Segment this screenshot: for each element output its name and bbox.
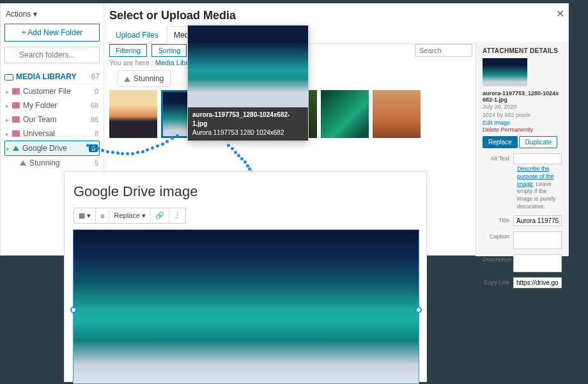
block-title: Google Drive image bbox=[74, 183, 417, 200]
search-folders-input[interactable] bbox=[4, 47, 100, 63]
google-drive-icon bbox=[124, 77, 130, 82]
actions-menu[interactable]: Actions ▾ bbox=[4, 8, 100, 24]
thumbnail-item[interactable] bbox=[373, 90, 421, 138]
search-media-input[interactable] bbox=[415, 44, 472, 57]
folder-icon bbox=[12, 102, 20, 109]
tab-upload-files[interactable]: Upload Files bbox=[109, 27, 165, 43]
alt-text-label: Alt Text bbox=[483, 153, 513, 162]
media-library-header[interactable]: MEDIA LIBRARY 67 bbox=[4, 70, 100, 84]
details-date: July 20, 2020 bbox=[483, 103, 562, 111]
sidebar-item-google-drive[interactable]: ▸ Google Drive6 bbox=[4, 141, 100, 156]
folder-chip-stunning[interactable]: Stunning bbox=[117, 70, 171, 87]
copy-link-label: Copy Link bbox=[483, 277, 513, 286]
align-center-button[interactable]: ≡ bbox=[96, 209, 109, 223]
details-header: ATTACHMENT DETAILS bbox=[483, 47, 562, 54]
folder-icon bbox=[12, 116, 20, 123]
delete-permanently-link[interactable]: Delete Permanently bbox=[483, 127, 533, 133]
thumbnail-item[interactable] bbox=[321, 90, 369, 138]
preview-filename: aurora-1197753_1280-1024x682-1.jpg bbox=[192, 111, 304, 128]
align-button[interactable]: ▦ ▾ bbox=[74, 208, 96, 223]
edit-image-link[interactable]: Edit Image bbox=[483, 119, 510, 126]
media-tabs: Upload Files Media Library bbox=[109, 26, 563, 44]
details-thumbnail bbox=[483, 58, 527, 86]
sorting-button[interactable]: Sorting bbox=[151, 44, 187, 57]
modal-title: Select or Upload Media bbox=[109, 9, 236, 22]
resize-handle-right[interactable] bbox=[415, 307, 422, 313]
link-button[interactable]: 🔗 bbox=[151, 208, 169, 223]
hover-preview-tooltip: aurora-1197753_1280-1024x682-1.jpg Auror… bbox=[187, 25, 309, 141]
details-filename: aurora-1197753_1280-1024x682-1.jpg bbox=[483, 90, 562, 103]
alt-text-input[interactable] bbox=[513, 153, 562, 164]
title-input[interactable] bbox=[513, 215, 562, 226]
editor-block-overlay: Google Drive image ▦ ▾ ≡ Replace ▾ 🔗 ⋮ bbox=[64, 171, 427, 382]
title-label: Title bbox=[483, 215, 513, 224]
description-label: Description bbox=[483, 254, 513, 263]
preview-title: Aurora 1197753 1280 1024x682 bbox=[192, 128, 304, 137]
copy-link-input[interactable] bbox=[513, 277, 562, 288]
folder-icon bbox=[12, 130, 20, 137]
caption-label: Caption bbox=[483, 231, 513, 240]
block-toolbar: ▦ ▾ ≡ Replace ▾ 🔗 ⋮ bbox=[74, 208, 186, 224]
google-drive-icon bbox=[20, 160, 26, 165]
thumbnail-item[interactable] bbox=[109, 90, 157, 138]
add-new-folder-button[interactable]: + Add New Folder bbox=[4, 24, 100, 42]
close-icon[interactable]: ✕ bbox=[556, 8, 564, 20]
attachment-details-panel: ATTACHMENT DETAILS aurora-1197753_1280-1… bbox=[476, 42, 568, 256]
description-input[interactable] bbox=[513, 254, 562, 272]
caption-input[interactable] bbox=[513, 231, 562, 249]
replace-button[interactable]: Replace bbox=[483, 136, 518, 148]
resize-handle-left[interactable] bbox=[70, 307, 77, 313]
more-options-button[interactable]: ⋮ bbox=[169, 208, 185, 223]
sidebar-item-folder[interactable]: ▸Customer File0 bbox=[4, 84, 100, 98]
sidebar-item-stunning[interactable]: Stunning5 bbox=[4, 156, 100, 170]
sidebar-item-folder[interactable]: ▸My Folder68 bbox=[4, 98, 100, 112]
replace-image-button[interactable]: Replace ▾ bbox=[109, 208, 150, 223]
google-drive-icon bbox=[13, 146, 19, 151]
details-dimensions: 1024 by 682 pixels bbox=[483, 111, 562, 119]
sidebar-item-folder[interactable]: ▸Our Team86 bbox=[4, 112, 100, 127]
library-icon bbox=[4, 74, 13, 81]
sidebar-item-folder[interactable]: ▸Universal8 bbox=[4, 127, 100, 141]
inserted-image[interactable] bbox=[74, 230, 419, 383]
filtering-button[interactable]: Filtering bbox=[109, 44, 147, 57]
folder-icon bbox=[12, 88, 20, 95]
duplicate-button[interactable]: Duplicate bbox=[519, 136, 557, 148]
preview-image bbox=[188, 26, 308, 107]
